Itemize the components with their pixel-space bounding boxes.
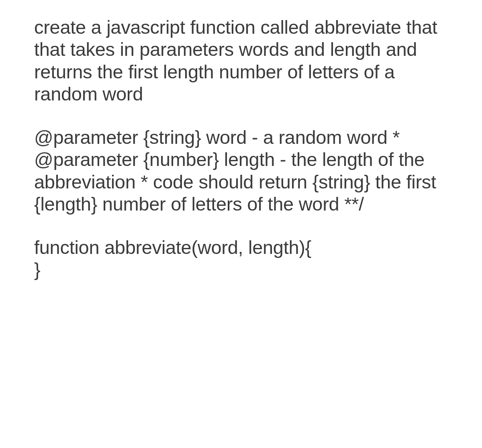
jsdoc-block: @parameter {string} word - a random word… (34, 126, 450, 215)
document-body: create a javascript function called abbr… (34, 16, 450, 281)
jsdoc-close: **/ (344, 193, 364, 215)
description-paragraph: create a javascript function called abbr… (34, 16, 450, 105)
code-block: function abbreviate(word, length){ } (34, 236, 450, 281)
description-text: create a javascript function called abbr… (34, 16, 437, 104)
function-signature: function abbreviate(word, length){ (34, 236, 450, 258)
jsdoc-param-word: @parameter {string} word - a random word (34, 127, 388, 148)
function-close-brace: } (34, 258, 450, 280)
